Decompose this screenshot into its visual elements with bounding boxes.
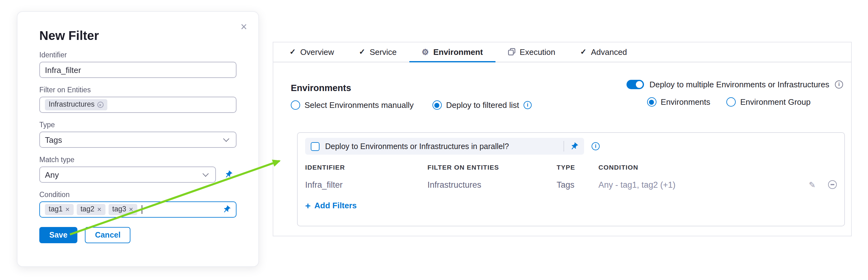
toggle-label: Deploy to multiple Environments or Infra… [649,80,829,89]
toggle-knob [636,81,643,88]
parallel-deploy-banner: Deploy to Environments or Infrastructure… [305,138,584,155]
type-field: Type Tags [39,121,237,148]
tab-overview[interactable]: ✓ Overview [277,42,347,62]
env-target-radio-group: Environments Environment Group [626,97,811,107]
tag-chip-label: tag1 [49,206,63,213]
tag-chip: tag2 ✕ [77,204,105,215]
radio-environment-group[interactable]: Environment Group [727,97,811,107]
environment-icon: ⚙ [422,48,429,56]
type-select[interactable]: Tags [39,132,237,148]
add-filters-label: Add Filters [314,201,357,210]
environment-tab-content: Environments Select Environments manuall… [273,62,851,226]
identifier-input[interactable]: Infra_filter [39,62,237,78]
modal-title: New Filter [39,28,237,43]
tab-label: Execution [520,47,555,57]
filter-on-entities-field: Filter on Entities Infrastructures × [39,86,237,113]
info-icon[interactable]: i [835,80,843,89]
condition-field: Condition tag1 ✕ tag2 ✕ tag3 ✕ [39,191,237,218]
pin-icon[interactable] [222,168,234,180]
radio-circle-selected[interactable] [647,97,656,107]
radio-circle[interactable] [727,97,736,107]
cell-type: Tags [557,180,598,189]
cell-condition: Any - tag1, tag2 (+1) [598,180,790,189]
radio-select-environments-manually[interactable]: Select Environments manually [291,100,414,110]
pin-icon[interactable] [220,203,232,215]
tab-label: Service [370,47,397,57]
cancel-button[interactable]: Cancel [85,227,130,243]
multi-env-cluster: Deploy to multiple Environments or Infra… [626,80,843,107]
filter-on-entities-label: Filter on Entities [39,86,237,94]
tag-chip-label: tag3 [112,206,126,213]
info-icon[interactable]: i [524,101,532,109]
tab-service[interactable]: ✓ Service [347,42,409,62]
new-filter-modal: New Filter × Identifier Infra_filter Fil… [17,11,259,267]
condition-label: Condition [39,191,237,198]
deploy-multiple-toggle[interactable] [626,80,644,89]
radio-circle[interactable] [291,100,300,110]
tab-label: Overview [300,47,334,57]
tab-environment[interactable]: ⚙ Environment [409,42,495,62]
match-type-field: Match type Any [39,156,237,183]
col-header-condition: CONDITION [598,163,790,171]
text-cursor [142,205,142,214]
remove-chip-icon[interactable]: × [97,102,103,108]
save-button[interactable]: Save [39,227,78,243]
entity-chip: Infrastructures × [45,100,107,110]
col-header-type: TYPE [557,163,598,171]
type-label: Type [39,121,237,129]
chevron-down-icon [223,135,229,142]
remove-chip-icon[interactable]: ✕ [129,207,133,212]
tab-label: Environment [433,47,483,57]
radio-label: Environment Group [740,97,811,107]
chevron-down-icon [203,170,209,176]
tab-advanced[interactable]: ✓ Advanced [568,42,640,62]
radio-deploy-to-filtered-list[interactable]: Deploy to filtered list i [432,100,532,110]
type-value: Tags [45,135,62,144]
parallel-checkbox-label: Deploy to Environments or Infrastructure… [325,142,558,151]
check-icon: ✓ [289,48,296,56]
edit-filter-icon[interactable]: ✎ [809,180,815,189]
radio-environments[interactable]: Environments [647,97,710,107]
add-filters-button[interactable]: + Add Filters [305,201,356,210]
table-row: Infra_filter Infrastructures Tags Any - … [305,177,837,192]
stage-config-panel: ✓ Overview ✓ Service ⚙ Environment Execu… [273,42,852,236]
identifier-label: Identifier [39,51,237,59]
radio-circle-selected[interactable] [432,100,442,110]
pin-icon[interactable] [568,140,580,152]
radio-label: Select Environments manually [305,100,414,110]
identifier-value: Infra_filter [45,65,81,74]
match-type-label: Match type [39,156,237,163]
tab-label: Advanced [591,47,627,57]
plus-icon: + [305,201,311,210]
entity-chip-label: Infrastructures [49,101,95,108]
match-type-value: Any [45,170,59,179]
match-type-select[interactable]: Any [39,167,216,183]
col-header-filter-on-entities: FILTER ON ENTITIES [428,163,557,171]
filter-on-entities-input[interactable]: Infrastructures × [39,97,237,113]
screenshot-root: New Filter × Identifier Infra_filter Fil… [0,0,868,280]
stage-tabbar: ✓ Overview ✓ Service ⚙ Environment Execu… [273,42,851,62]
identifier-field: Identifier Infra_filter [39,51,237,78]
remove-chip-icon[interactable]: ✕ [97,207,102,212]
condition-input[interactable]: tag1 ✕ tag2 ✕ tag3 ✕ [39,202,237,218]
check-icon: ✓ [359,48,365,56]
info-icon[interactable]: i [592,142,600,150]
parallel-checkbox[interactable] [311,142,319,151]
tag-chip-label: tag2 [81,206,95,213]
filters-table-header: IDENTIFIER FILTER ON ENTITIES TYPE CONDI… [305,163,837,171]
col-header-identifier: IDENTIFIER [305,163,428,171]
remove-chip-icon[interactable]: ✕ [65,207,70,212]
divider [563,141,564,151]
radio-label: Deploy to filtered list [446,100,519,110]
check-icon: ✓ [580,48,587,56]
tag-chip: tag3 ✕ [108,204,137,215]
filters-card: Deploy to Environments or Infrastructure… [297,132,845,226]
radio-label: Environments [661,97,710,107]
execution-icon [508,48,516,56]
close-icon[interactable]: × [241,21,247,32]
remove-filter-icon[interactable] [828,180,837,189]
tab-execution[interactable]: Execution [495,42,568,62]
cell-identifier: Infra_filter [305,180,428,189]
tag-chip: tag1 ✕ [45,204,74,215]
cell-filter-on-entities: Infrastructures [428,180,557,189]
